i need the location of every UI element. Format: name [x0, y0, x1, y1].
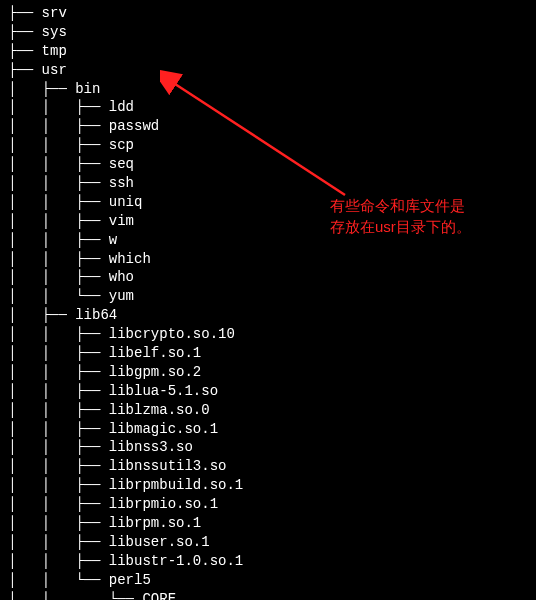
tree-entry-usr-child-child: │ │ ├── libmagic.so.1 [8, 420, 528, 439]
tree-entry-usr-child-child: │ │ ├── libgpm.so.2 [8, 363, 528, 382]
tree-entry-usr-child-child: │ │ ├── librpmio.so.1 [8, 495, 528, 514]
annotation-text: 有些命令和库文件是 存放在usr目录下的。 [330, 195, 471, 237]
tree-entry-usr-child-child: │ │ └── perl5 [8, 571, 528, 590]
tree-entry-usr: ├── usr [8, 61, 528, 80]
tree-entry-usr-child-child: │ │ ├── seq [8, 155, 528, 174]
tree-entry-usr-child-child: │ │ ├── passwd [8, 117, 528, 136]
tree-entry-usr-child-child: │ │ ├── libnssutil3.so [8, 457, 528, 476]
tree-entry-usr-child: │ ├── lib64 [8, 306, 528, 325]
tree-entry-sys: ├── sys [8, 23, 528, 42]
tree-entry-usr-child-child: │ │ ├── librpmbuild.so.1 [8, 476, 528, 495]
tree-entry-usr-child-child: │ │ ├── liblzma.so.0 [8, 401, 528, 420]
annotation-line1: 有些命令和库文件是 [330, 197, 465, 214]
tree-entry-usr-child-child: │ │ ├── ldd [8, 98, 528, 117]
tree-entry-usr-child-child: │ │ ├── libcrypto.so.10 [8, 325, 528, 344]
tree-entry-usr-child-child: │ │ ├── scp [8, 136, 528, 155]
tree-entry-usr-child-child-child: │ │ └── CORE [8, 590, 528, 600]
tree-entry-usr-child-child: │ │ ├── libelf.so.1 [8, 344, 528, 363]
tree-entry-usr-child-child: │ │ ├── who [8, 268, 528, 287]
tree-entry-tmp: ├── tmp [8, 42, 528, 61]
tree-output: ├── srv├── sys├── tmp├── usr│ ├── bin│ │… [0, 0, 536, 600]
annotation-line2: 存放在usr目录下的。 [330, 218, 471, 235]
tree-entry-usr-child-child: │ │ ├── libuser.so.1 [8, 533, 528, 552]
tree-entry-usr-child-child: │ │ ├── ssh [8, 174, 528, 193]
tree-entry-usr-child-child: │ │ ├── which [8, 250, 528, 269]
tree-entry-usr-child: │ ├── bin [8, 80, 528, 99]
tree-entry-usr-child-child: │ │ └── yum [8, 287, 528, 306]
tree-entry-usr-child-child: │ │ ├── liblua-5.1.so [8, 382, 528, 401]
tree-entry-usr-child-child: │ │ ├── librpm.so.1 [8, 514, 528, 533]
tree-entry-srv: ├── srv [8, 4, 528, 23]
tree-entry-usr-child-child: │ │ ├── libustr-1.0.so.1 [8, 552, 528, 571]
tree-entry-usr-child-child: │ │ ├── libnss3.so [8, 438, 528, 457]
